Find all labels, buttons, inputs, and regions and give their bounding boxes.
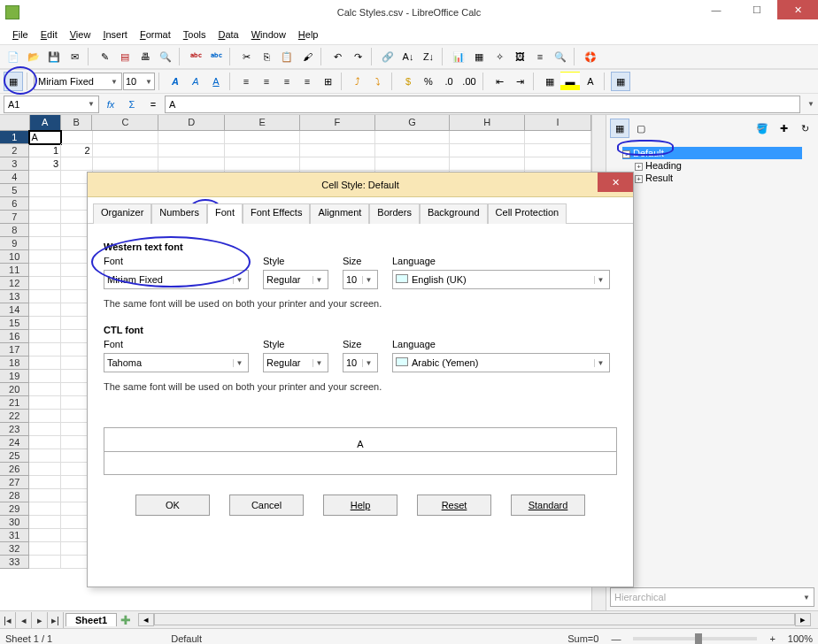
column-header[interactable]: D (158, 115, 225, 130)
western-language-combo[interactable]: English (UK)▼ (392, 270, 610, 289)
chart-icon[interactable]: 📊 (449, 47, 468, 66)
row-header[interactable]: 11 (0, 264, 29, 277)
decimal-add-icon[interactable]: .0 (439, 72, 459, 91)
cell[interactable] (29, 463, 61, 476)
cell[interactable] (29, 516, 61, 529)
cut-icon[interactable]: ✂ (236, 47, 256, 66)
row-header[interactable]: 12 (0, 277, 29, 290)
bgcolor-icon[interactable]: ▬ (560, 72, 580, 91)
style-filter-combo[interactable]: Hierarchical ▼ (610, 587, 814, 607)
cell[interactable] (450, 131, 525, 144)
menu-tools[interactable]: Tools (178, 27, 212, 42)
column-header[interactable]: B (61, 115, 92, 130)
row-header[interactable]: 10 (0, 250, 29, 264)
western-size-combo[interactable]: 10▼ (343, 270, 378, 289)
dialog-tab-numbers[interactable]: Numbers (151, 203, 207, 224)
cell[interactable] (29, 264, 61, 277)
row-header[interactable]: 8 (0, 224, 29, 237)
row-header[interactable]: 2 (0, 144, 29, 157)
menu-format[interactable]: Format (135, 27, 176, 42)
style-tree-item[interactable]: +Result (622, 172, 802, 184)
align-center-icon[interactable]: ≡ (257, 72, 276, 91)
ctl-language-combo[interactable]: Arabic (Yemen)▼ (392, 353, 610, 372)
paste-icon[interactable]: 📋 (277, 47, 297, 66)
borders-icon[interactable]: ▦ (540, 72, 559, 91)
function-wizard-icon[interactable]: fx (101, 95, 120, 114)
redo-icon[interactable]: ↷ (348, 47, 367, 66)
cell[interactable] (29, 343, 61, 356)
link-icon[interactable]: 🔗 (378, 47, 397, 66)
row-header[interactable]: 24 (0, 436, 29, 449)
row-header[interactable]: 7 (0, 211, 29, 224)
menu-insert[interactable]: Insert (97, 27, 133, 42)
ctl-style-combo[interactable]: Regular▼ (263, 353, 328, 372)
reset-button[interactable]: Reset (417, 494, 491, 516)
select-all-corner[interactable] (0, 115, 30, 130)
help-button[interactable]: Help (323, 494, 397, 516)
cell-styles-icon[interactable]: ▦ (610, 119, 629, 138)
cell[interactable]: 3 (29, 157, 61, 171)
cancel-button[interactable]: Cancel (229, 494, 304, 516)
mail-icon[interactable]: ✉ (65, 47, 84, 66)
style-tree-item[interactable]: -Default (622, 147, 802, 159)
row-header[interactable]: 22 (0, 410, 29, 423)
cell[interactable] (225, 157, 300, 171)
formula-input[interactable]: A (165, 96, 800, 113)
undo-icon[interactable]: ↶ (328, 47, 347, 66)
styles-tree[interactable]: -Default+Heading+Result (610, 143, 814, 188)
column-header[interactable]: C (92, 115, 158, 130)
row-header[interactable]: 15 (0, 317, 29, 330)
fill-format-icon[interactable]: 🪣 (752, 119, 772, 138)
western-font-combo[interactable]: Miriam Fixed▼ (104, 270, 249, 289)
cell[interactable] (29, 489, 61, 502)
row-header[interactable]: 25 (0, 449, 29, 463)
cell[interactable] (29, 556, 61, 569)
align-left-icon[interactable]: ≡ (236, 72, 256, 91)
menu-file[interactable]: File (7, 27, 34, 42)
column-header[interactable]: E (225, 115, 300, 130)
align-justify-icon[interactable]: ≡ (297, 72, 317, 91)
wrap-top-icon[interactable]: ⤴ (348, 72, 367, 91)
dialog-tab-alignment[interactable]: Alignment (310, 203, 369, 224)
dialog-tab-borders[interactable]: Borders (369, 203, 420, 224)
dialog-tab-cell-protection[interactable]: Cell Protection (488, 203, 567, 224)
row-header[interactable]: 32 (0, 542, 29, 556)
last-sheet-button[interactable]: ▸| (48, 612, 64, 628)
equals-icon[interactable]: = (143, 95, 163, 114)
autospell-icon[interactable]: ᵃᵇᶜ (206, 47, 226, 66)
merge-cells-icon[interactable]: ⊞ (318, 72, 337, 91)
row-header[interactable]: 4 (0, 171, 29, 184)
row-header[interactable]: 18 (0, 356, 29, 370)
help-icon[interactable]: 🛟 (581, 47, 600, 66)
cell[interactable] (29, 250, 61, 264)
dialog-tab-font[interactable]: Font (207, 203, 243, 224)
cell[interactable] (375, 131, 451, 144)
add-sheet-button[interactable]: ✚ (120, 613, 131, 627)
row-header[interactable]: 13 (0, 290, 29, 303)
horizontal-scrollbar[interactable]: ◂ ▸ (138, 613, 811, 626)
cell[interactable] (29, 529, 61, 542)
cell[interactable] (375, 157, 451, 171)
cell[interactable] (93, 131, 159, 144)
cell[interactable] (29, 476, 61, 489)
sort-asc-icon[interactable]: A↓ (398, 47, 418, 66)
cell[interactable] (61, 131, 93, 144)
save-icon[interactable]: 💾 (44, 47, 64, 66)
zoom-out-icon[interactable]: — (611, 633, 621, 644)
row-header[interactable]: 31 (0, 529, 29, 542)
italic-icon[interactable]: A (186, 72, 205, 91)
spellcheck-icon[interactable]: ᵃᵇᶜ (186, 47, 205, 66)
row-header[interactable]: 29 (0, 502, 29, 516)
row-header[interactable]: 23 (0, 423, 29, 436)
cell[interactable] (29, 423, 61, 436)
row-header[interactable]: 20 (0, 383, 29, 396)
row-header[interactable]: 1 (0, 131, 29, 144)
cell[interactable]: 1 (29, 144, 61, 157)
cell[interactable] (29, 317, 61, 330)
row-header[interactable]: 5 (0, 184, 29, 197)
menu-window[interactable]: Window (246, 27, 291, 42)
filter-icon[interactable]: ▦ (469, 47, 489, 66)
page-styles-icon[interactable]: ▢ (631, 119, 651, 138)
cell[interactable] (225, 144, 300, 157)
styles-icon[interactable]: ▦ (4, 72, 23, 91)
